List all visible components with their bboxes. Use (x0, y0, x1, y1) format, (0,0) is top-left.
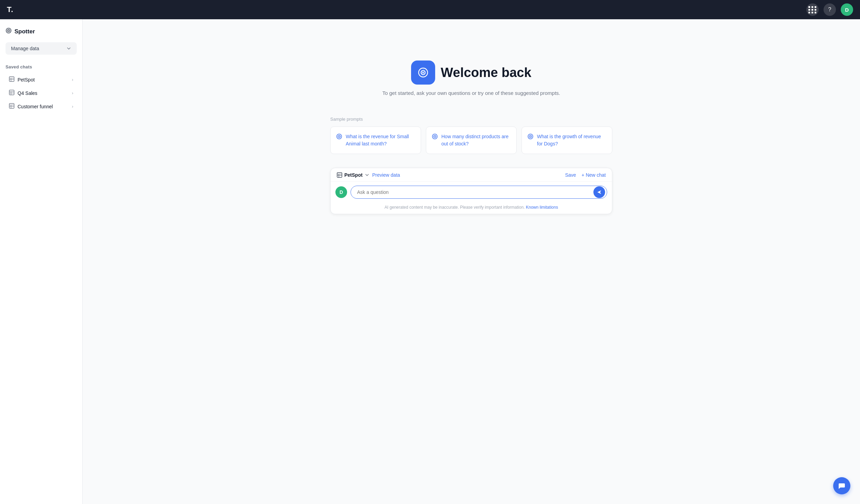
topnav-actions: ? D (806, 3, 853, 16)
grid-icon (808, 6, 817, 13)
welcome-subtitle: To get started, ask your own questions o… (383, 90, 560, 96)
known-limitations-link[interactable]: Known limitations (526, 205, 558, 210)
table-icon-q4sales (9, 90, 14, 96)
chevron-down-icon (66, 46, 71, 51)
user-avatar[interactable]: D (841, 3, 853, 16)
chat-input-wrapper (351, 186, 607, 199)
svg-point-23 (434, 136, 436, 137)
footer-note-text: AI generated content may be inaccurate. … (385, 205, 525, 210)
svg-point-2 (8, 30, 9, 31)
sample-prompt-1[interactable]: What is the revenue for Small Animal las… (330, 127, 421, 154)
sample-prompts-label: Sample prompts (330, 117, 612, 122)
sample-prompt-3[interactable]: What is the growth of revenue for Dogs? (522, 127, 612, 154)
app-layout: Spotter Manage data Saved chats PetSp (0, 19, 860, 504)
prompt-text-1: What is the revenue for Small Animal las… (346, 133, 415, 147)
table-icon-funnel (9, 103, 14, 110)
app-logo: T. (7, 5, 13, 14)
dataset-label: PetSpot (344, 172, 363, 178)
chat-bubble-icon (838, 482, 846, 490)
svg-rect-27 (337, 173, 342, 177)
dataset-chevron-down-icon (365, 173, 369, 177)
svg-point-26 (530, 136, 531, 137)
topnav: T. ? D (0, 0, 860, 19)
chat-text-input[interactable] (351, 186, 607, 199)
new-chat-button[interactable]: + New chat (582, 172, 606, 178)
sidebar-app-label: Spotter (14, 28, 35, 35)
dataset-table-icon (337, 172, 342, 178)
chevron-right-icon: › (72, 77, 73, 82)
grid-icon-button[interactable] (806, 3, 819, 16)
chat-footer-note: AI generated content may be inaccurate. … (331, 203, 612, 214)
sidebar-chat-label-q4sales: Q4 Sales (18, 90, 37, 96)
sidebar-item-customer-funnel[interactable]: Customer funnel › (6, 100, 77, 113)
chat-input-header-left: PetSpot Preview data (337, 172, 400, 178)
sample-prompts-grid: What is the revenue for Small Animal las… (330, 127, 612, 154)
table-icon-petspot (9, 76, 14, 83)
chat-user-avatar: D (335, 186, 347, 198)
sidebar-item-petspot[interactable]: PetSpot › (6, 73, 77, 86)
spotter-icon (6, 28, 12, 35)
sample-prompt-2[interactable]: How many distinct products are out of st… (426, 127, 517, 154)
spotter-app-icon (411, 61, 435, 85)
sidebar-chat-label-petspot: PetSpot (18, 77, 35, 83)
send-icon (596, 189, 602, 195)
main-content: Welcome back To get started, ask your ow… (83, 19, 860, 504)
welcome-section: Welcome back To get started, ask your ow… (383, 61, 560, 96)
sample-prompts-section: Sample prompts What is the revenue for S… (330, 117, 612, 214)
sidebar-app-name: Spotter (6, 28, 77, 35)
saved-chats-section-title: Saved chats (6, 64, 77, 69)
chat-input-header: PetSpot Preview data Save + New chat (331, 168, 612, 182)
send-button[interactable] (593, 186, 605, 198)
help-icon-button[interactable]: ? (824, 3, 836, 16)
svg-rect-7 (9, 90, 14, 95)
sidebar-chat-label-funnel: Customer funnel (18, 104, 53, 109)
prompt-icon-2 (432, 133, 438, 141)
prompt-icon-3 (527, 133, 534, 141)
chat-input-container: PetSpot Preview data Save + New chat D (330, 168, 612, 214)
question-mark-icon: ? (828, 7, 831, 13)
prompt-icon-1 (336, 133, 342, 141)
save-button[interactable]: Save (565, 172, 576, 178)
floating-chat-button[interactable] (833, 477, 850, 494)
svg-rect-3 (9, 77, 14, 81)
prompt-text-2: How many distinct products are out of st… (441, 133, 511, 147)
manage-data-button[interactable]: Manage data (6, 42, 77, 55)
sidebar-item-q4sales[interactable]: Q4 Sales › (6, 86, 77, 100)
dataset-selector[interactable]: PetSpot (337, 172, 369, 178)
welcome-title-row: Welcome back (411, 61, 531, 85)
svg-point-20 (339, 136, 340, 137)
chevron-right-icon-funnel: › (72, 104, 73, 109)
manage-data-label: Manage data (11, 46, 39, 51)
chat-input-header-right: Save + New chat (565, 172, 606, 178)
svg-rect-11 (9, 103, 14, 108)
prompt-text-3: What is the growth of revenue for Dogs? (537, 133, 606, 147)
sidebar: Spotter Manage data Saved chats PetSp (0, 19, 83, 504)
chat-input-body: D (331, 182, 612, 203)
welcome-title: Welcome back (441, 65, 531, 80)
chevron-right-icon-q4: › (72, 90, 73, 96)
preview-data-link[interactable]: Preview data (372, 172, 400, 178)
